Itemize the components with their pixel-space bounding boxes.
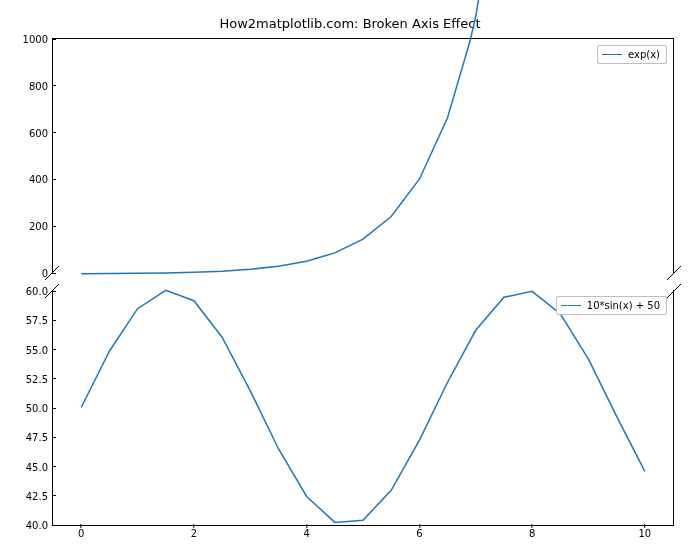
xtick: 8 bbox=[529, 528, 535, 539]
sin-series-line bbox=[81, 290, 645, 522]
ytick-bottom: 60.0 bbox=[26, 286, 48, 297]
xtick: 10 bbox=[638, 528, 651, 539]
ytick-bottom: 45.0 bbox=[26, 461, 48, 472]
ytick-top: 200 bbox=[29, 221, 48, 232]
legend-swatch-icon bbox=[602, 54, 622, 55]
ytick-bottom: 57.5 bbox=[26, 315, 48, 326]
ytick-top: 600 bbox=[29, 127, 48, 138]
ytick-bottom: 55.0 bbox=[26, 344, 48, 355]
figure: How2matplotlib.com: Broken Axis Effect e… bbox=[0, 0, 700, 560]
legend-top: exp(x) bbox=[597, 45, 667, 64]
legend-bottom-label: 10*sin(x) + 50 bbox=[587, 300, 660, 311]
ytick-bottom: 47.5 bbox=[26, 432, 48, 443]
axes-top: exp(x) bbox=[52, 38, 674, 274]
legend-swatch-icon bbox=[561, 305, 581, 306]
sin-plot-svg bbox=[53, 290, 673, 525]
exp-plot-svg bbox=[53, 39, 673, 274]
break-mark-icon bbox=[667, 284, 681, 298]
exp-series-line bbox=[81, 0, 645, 274]
ytick-top: 0 bbox=[42, 268, 48, 279]
axes-bottom: 10*sin(x) + 50 bbox=[52, 290, 674, 526]
ytick-top: 800 bbox=[29, 80, 48, 91]
chart-title: How2matplotlib.com: Broken Axis Effect bbox=[0, 16, 700, 31]
break-mark-icon bbox=[667, 266, 681, 280]
legend-top-label: exp(x) bbox=[628, 49, 660, 60]
ytick-bottom: 52.5 bbox=[26, 373, 48, 384]
xtick: 0 bbox=[78, 528, 84, 539]
svg-line-3 bbox=[667, 284, 681, 298]
ytick-bottom: 50.0 bbox=[26, 403, 48, 414]
ytick-bottom: 42.5 bbox=[26, 490, 48, 501]
xtick: 2 bbox=[191, 528, 197, 539]
legend-bottom: 10*sin(x) + 50 bbox=[556, 296, 667, 315]
xtick: 4 bbox=[303, 528, 309, 539]
ytick-bottom: 40.0 bbox=[26, 520, 48, 531]
xtick: 6 bbox=[416, 528, 422, 539]
ytick-top: 1000 bbox=[23, 34, 48, 45]
svg-line-1 bbox=[667, 266, 681, 280]
ytick-top: 400 bbox=[29, 174, 48, 185]
